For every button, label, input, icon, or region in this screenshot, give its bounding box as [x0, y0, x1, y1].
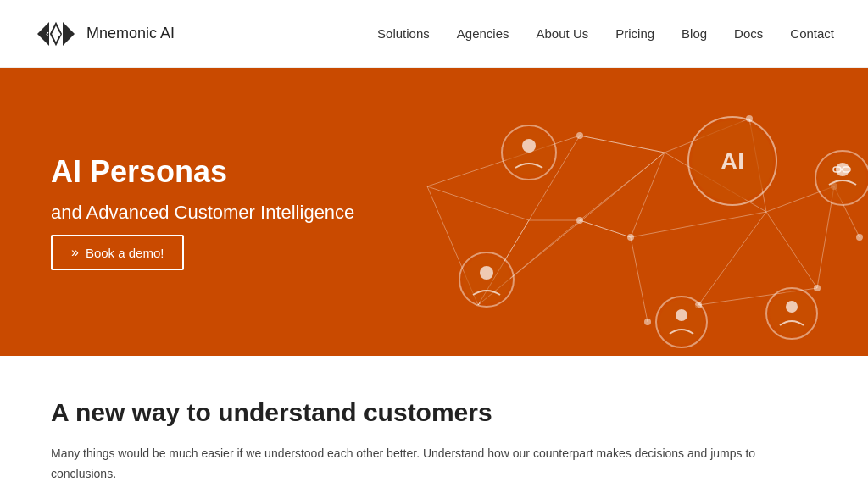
svg-point-34 — [576, 217, 583, 224]
network-visualization: AI — [342, 68, 868, 356]
svg-text:‹: ‹ — [46, 28, 49, 40]
svg-text:›: › — [58, 28, 61, 40]
svg-point-57 — [676, 309, 687, 321]
svg-line-14 — [766, 212, 817, 288]
content-paragraph-1: Many things would be much easier if we u… — [51, 444, 817, 485]
hero-content: AI Personas and Advanced Customer Intell… — [51, 153, 354, 270]
logo-text: Mnemonic AI — [86, 25, 175, 42]
svg-line-15 — [698, 212, 766, 305]
svg-line-10 — [631, 152, 665, 237]
svg-point-60 — [786, 301, 798, 313]
svg-point-48 — [480, 266, 493, 280]
nav-blog[interactable]: Blog — [682, 26, 707, 41]
svg-line-7 — [580, 136, 665, 152]
nav-docs[interactable]: Docs — [734, 26, 763, 41]
svg-point-59 — [770, 291, 814, 336]
hero-heading: AI Personas and Advanced Customer Intell… — [51, 153, 354, 226]
svg-point-35 — [814, 285, 821, 291]
double-chevron-icon: » — [71, 245, 79, 260]
svg-point-31 — [576, 132, 583, 139]
svg-line-16 — [631, 212, 766, 237]
content-heading: A new way to understand customers — [51, 398, 817, 427]
nav-solutions[interactable]: Solutions — [377, 26, 430, 41]
nav-about-us[interactable]: About Us — [537, 26, 589, 41]
svg-point-39 — [856, 234, 863, 241]
svg-line-23 — [427, 186, 529, 220]
book-demo-button[interactable]: » Book a demo! — [51, 235, 184, 270]
hero-section: AI Personas and Advanced Customer Intell… — [0, 68, 868, 356]
svg-text:AI: AI — [721, 148, 744, 175]
svg-point-33 — [627, 234, 634, 241]
svg-point-50 — [819, 154, 866, 202]
svg-line-21 — [817, 186, 834, 288]
svg-point-37 — [644, 319, 651, 325]
main-nav: Solutions Agencies About Us Pricing Blog… — [377, 26, 834, 41]
logo[interactable]: ‹ › Mnemonic AI — [34, 19, 175, 49]
nav-contact[interactable]: Contact — [790, 26, 834, 41]
svg-line-20 — [580, 220, 631, 237]
content-section: A new way to understand customers Many t… — [0, 356, 868, 488]
svg-point-56 — [659, 300, 704, 344]
nav-pricing[interactable]: Pricing — [615, 26, 654, 41]
svg-point-45 — [522, 139, 536, 152]
logo-icon: ‹ › — [34, 19, 78, 49]
site-header: ‹ › Mnemonic AI Solutions Agencies About… — [0, 0, 868, 68]
svg-marker-1 — [63, 22, 75, 46]
nav-agencies[interactable]: Agencies — [457, 26, 509, 41]
svg-line-18 — [631, 237, 648, 322]
